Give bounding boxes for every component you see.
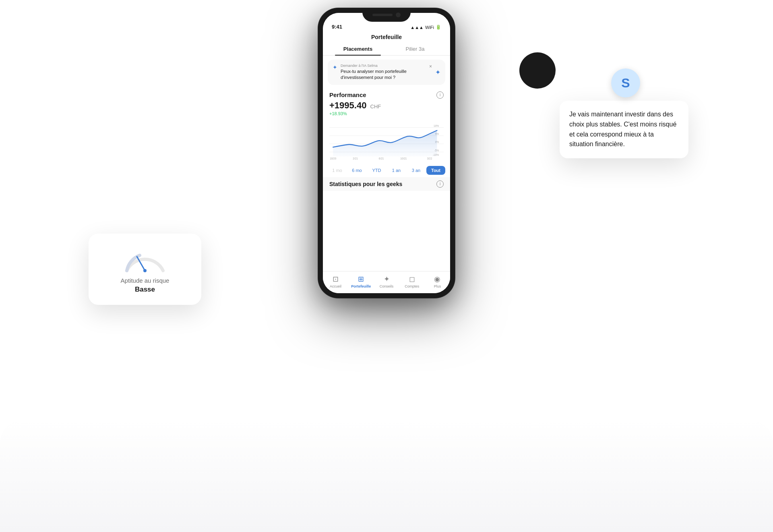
- ai-avatar-letter: S: [621, 76, 630, 91]
- risk-card: Aptitude au risque Basse: [89, 234, 201, 305]
- portefeuille-label: Portefeuille: [351, 284, 371, 288]
- performance-chart: 10% 5% 0% -5% -10%: [329, 118, 444, 162]
- ai-prompt-text: Peux-tu analyser mon portefeuille d'inve…: [341, 68, 426, 81]
- filter-3an[interactable]: 3 an: [407, 166, 426, 175]
- svg-point-1: [143, 269, 147, 272]
- ai-prompt-card[interactable]: ✦ Demander à l'IA Selma Peux-tu analyser…: [328, 60, 445, 85]
- ai-prompt-arrow-icon: ✦: [435, 68, 440, 76]
- stats-header: Statistiques pour les geeks i: [329, 180, 444, 188]
- svg-text:2/21: 2/21: [353, 157, 358, 160]
- svg-text:3/22: 3/22: [427, 157, 432, 160]
- portefeuille-icon: ⊞: [358, 275, 364, 284]
- performance-value: +1995.40 CHF: [329, 100, 444, 111]
- phone-frame: 9:41 ▲▲▲ WiFi 🔋 Portefeuille Placements: [318, 8, 455, 298]
- phone-screen: 9:41 ▲▲▲ WiFi 🔋 Portefeuille Placements: [323, 13, 450, 293]
- svg-text:6/21: 6/21: [379, 157, 384, 160]
- screen-content: Portefeuille Placements Pilier 3a ✦ Dema…: [323, 32, 450, 293]
- ai-prompt-close-button[interactable]: ×: [429, 64, 432, 69]
- svg-text:10/21: 10/21: [400, 157, 407, 160]
- ai-prompt-content: Demander à l'IA Selma Peux-tu analyser m…: [341, 64, 426, 81]
- performance-percent: +18.93%: [329, 111, 444, 116]
- ai-chat-bubble: Je vais maintenant investir dans des cho…: [560, 101, 688, 158]
- app-title: Portefeuille: [329, 34, 444, 40]
- performance-header: Performance i: [329, 91, 444, 99]
- ai-prompt-label: Demander à l'IA Selma: [341, 64, 426, 68]
- plus-label: Plus: [434, 284, 441, 288]
- background-gradient: [0, 419, 773, 532]
- notch-speaker: [372, 14, 393, 16]
- time-filter-bar: 1 mo 6 mo YTD 1 an 3 an Tout: [323, 164, 450, 177]
- filter-ytd[interactable]: YTD: [367, 166, 386, 175]
- signal-icon: ▲▲▲: [410, 25, 424, 30]
- risk-value: Basse: [100, 286, 190, 294]
- accueil-icon: ⊡: [333, 275, 339, 284]
- comptes-icon: ◻: [409, 275, 415, 284]
- nav-accueil[interactable]: ⊡ Accueil: [323, 275, 348, 288]
- stats-title: Statistiques pour les geeks: [329, 181, 402, 187]
- phone-wrapper: 9:41 ▲▲▲ WiFi 🔋 Portefeuille Placements: [318, 8, 455, 298]
- performance-currency: CHF: [370, 104, 381, 110]
- tab-placements[interactable]: Placements: [329, 43, 386, 55]
- filter-tout[interactable]: Tout: [426, 166, 445, 175]
- nav-plus[interactable]: ◉ Plus: [425, 275, 450, 288]
- nav-comptes[interactable]: ◻ Comptes: [399, 275, 425, 288]
- conseils-label: Conseils: [380, 284, 394, 288]
- status-icons: ▲▲▲ WiFi 🔋: [410, 25, 441, 30]
- tab-bar: Placements Pilier 3a: [323, 40, 450, 56]
- tab-pilier3a[interactable]: Pilier 3a: [386, 43, 444, 55]
- ai-avatar: S: [611, 68, 640, 97]
- ai-bubble-text: Je vais maintenant investir dans des cho…: [569, 110, 679, 149]
- filter-1an[interactable]: 1 an: [387, 166, 406, 175]
- risk-label: Aptitude au risque: [100, 277, 190, 284]
- svg-text:10%: 10%: [434, 124, 439, 127]
- accueil-label: Accueil: [330, 284, 341, 288]
- nav-conseils[interactable]: ✦ Conseils: [374, 275, 399, 288]
- performance-title: Performance: [329, 91, 366, 98]
- battery-icon: 🔋: [436, 25, 441, 30]
- wifi-icon: WiFi: [425, 25, 434, 30]
- decorative-blob: [519, 52, 556, 89]
- performance-section: Performance i +1995.40 CHF +18.93%: [323, 89, 450, 118]
- ai-prompt-icon: ✦: [333, 64, 337, 70]
- plus-icon: ◉: [434, 275, 440, 284]
- nav-portefeuille[interactable]: ⊞ Portefeuille: [348, 275, 374, 288]
- filter-1mo[interactable]: 1 mo: [328, 166, 347, 175]
- phone-notch: [362, 8, 411, 22]
- chart-container: 10% 5% 0% -5% -10%: [323, 118, 450, 164]
- filter-6mo[interactable]: 6 mo: [347, 166, 366, 175]
- stats-section: Statistiques pour les geeks i: [323, 177, 450, 191]
- comptes-label: Comptes: [405, 284, 419, 288]
- app-header: Portefeuille: [323, 32, 450, 40]
- status-time: 9:41: [332, 24, 342, 30]
- risk-gauge: [123, 246, 167, 271]
- stats-info-icon[interactable]: i: [436, 180, 444, 188]
- svg-text:10/20: 10/20: [330, 157, 337, 160]
- bottom-nav: ⊡ Accueil ⊞ Portefeuille ✦ Conseils ◻ Co…: [323, 271, 450, 293]
- performance-info-icon[interactable]: i: [436, 91, 444, 99]
- conseils-icon: ✦: [384, 275, 390, 284]
- notch-camera: [396, 12, 401, 17]
